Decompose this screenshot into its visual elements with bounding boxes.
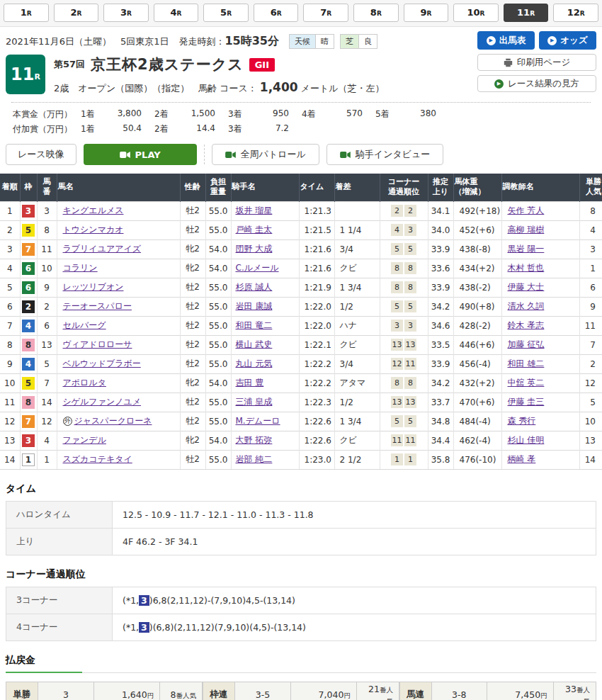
bonus-money-row: 付加賞（万円） 1着50.42着14.43着7.2 <box>13 123 591 135</box>
race-number-box: 11R <box>6 55 45 94</box>
jockey-name-link[interactable]: 杉原 誠人 <box>236 282 273 292</box>
horse-name-link[interactable]: ベルウッドブラボー <box>63 359 141 368</box>
jockey-name-link[interactable]: 和田 竜二 <box>236 320 273 330</box>
horse-name-link[interactable]: ファンデル <box>63 435 106 445</box>
print-page-button[interactable]: 印刷用ページ <box>477 54 596 71</box>
result-row: 4 6 10 コラリン 牝2 54.0 C.ルメール 1:21.6 クビ 88 … <box>0 259 602 278</box>
margin: クビ <box>334 431 380 450</box>
weather-label: 天候 <box>289 34 315 49</box>
corner-position: 13 <box>391 396 403 408</box>
trainer-name-link[interactable]: 黒岩 陽一 <box>508 244 545 254</box>
horse-name-link[interactable]: トウシンマカオ <box>63 225 124 235</box>
trainer-name-link[interactable]: 鈴木 孝志 <box>508 320 545 330</box>
race-tab[interactable]: 8R <box>353 4 399 22</box>
corner-position: 8 <box>404 377 416 389</box>
video-camera-icon <box>225 151 236 159</box>
horse-number: 8 <box>37 220 57 239</box>
finish-position: 11 <box>0 393 20 412</box>
finish-position: 2 <box>0 220 20 239</box>
last-3f: 34.4 <box>428 431 453 450</box>
patrol-video-button[interactable]: 全周パトロール <box>212 144 319 165</box>
jockey-name-link[interactable]: 丸山 元気 <box>236 359 273 368</box>
trainer-name-link[interactable]: 高柳 瑞樹 <box>508 225 545 235</box>
entries-button[interactable]: ▶出馬表 <box>477 31 535 50</box>
race-tab-suffix: R <box>326 10 331 17</box>
jockey-name-link[interactable]: 横山 武史 <box>236 339 273 349</box>
finish-position: 8 <box>0 335 20 354</box>
jockey-name-link[interactable]: 戸崎 圭太 <box>236 225 273 235</box>
trainer-name-link[interactable]: 清水 久詞 <box>508 301 545 311</box>
race-video-label[interactable]: レース映像 <box>6 144 76 165</box>
horse-name-link[interactable]: テーオースパロー <box>63 301 132 311</box>
race-tab[interactable]: 3R <box>103 4 149 22</box>
race-tab[interactable]: 10R <box>453 4 499 22</box>
jockey-name-link[interactable]: C.ルメール <box>236 263 279 273</box>
win-favorite-rank: 5 <box>579 393 602 412</box>
frame-number-badge: 8 <box>22 339 35 351</box>
trainer-name-link[interactable]: 加藤 征弘 <box>508 339 545 349</box>
race-tab[interactable]: 11R <box>504 4 549 22</box>
jockey-name-link[interactable]: 岩田 康誠 <box>236 301 273 311</box>
race-tab[interactable]: 5R <box>203 4 249 22</box>
winner-highlight: 3 <box>139 622 149 633</box>
play-button[interactable]: PLAY <box>84 144 197 165</box>
trainer-name-link[interactable]: 杉山 佳明 <box>508 435 545 445</box>
last-3f: 34.2 <box>428 373 453 393</box>
odds-button[interactable]: ▶オッズ <box>539 31 596 50</box>
jockey-interview-button[interactable]: 騎手インタビュー <box>326 144 444 165</box>
jockey-name-link[interactable]: M.デムーロ <box>236 416 280 426</box>
prize-amount: 950 <box>252 108 289 120</box>
trainer-name-link[interactable]: 矢作 芳人 <box>508 205 545 215</box>
jockey-name-link[interactable]: 吉田 豊 <box>236 378 264 388</box>
corner4-label: 4コーナー <box>6 614 113 640</box>
course-unit: メートル（芝・左） <box>301 82 385 95</box>
trainer-name-link[interactable]: 和田 雄二 <box>508 359 545 368</box>
corner4-order: (*1,3)(6,8)(2,11,12)(7,9,10)(4,5)-(13,14… <box>113 614 596 640</box>
finish-position: 5 <box>0 278 20 297</box>
race-tab[interactable]: 2R <box>54 4 99 22</box>
race-tab[interactable]: 7R <box>303 4 348 22</box>
horse-name-link[interactable]: キングエルメス <box>63 205 124 215</box>
horse-name-link[interactable]: セルバーグ <box>63 320 106 330</box>
payout-row: 馬連 3-8 7,450円 33番人気 <box>400 682 596 700</box>
corner-position: 8 <box>404 262 416 274</box>
horse-name-link[interactable]: レッツリブオン <box>63 282 124 292</box>
corner-position: 5 <box>391 415 403 427</box>
race-tab[interactable]: 1R <box>4 4 49 22</box>
payout-amount: 7,450 <box>515 689 540 700</box>
jockey-name-link[interactable]: 団野 大成 <box>236 244 273 254</box>
trainer-name-link[interactable]: 中舘 英二 <box>508 378 545 388</box>
horse-name-link[interactable]: ジャスパークローネ <box>74 416 152 426</box>
trainer-name-link[interactable]: 柄崎 孝 <box>508 454 536 464</box>
jockey-name-link[interactable]: 大野 拓弥 <box>236 435 273 445</box>
horse-name-link[interactable]: ラブリイユアアイズ <box>63 244 142 254</box>
results-guide-button[interactable]: ▶レース結果の見方 <box>477 75 596 92</box>
horse-name-link[interactable]: ヴィアドロローサ <box>63 339 132 349</box>
frame-number-badge: 6 <box>22 281 35 294</box>
horse-name-link[interactable]: コラリン <box>63 263 98 273</box>
jockey-name-link[interactable]: 岩部 純二 <box>236 454 273 464</box>
horse-name-link[interactable]: シゲルファンノユメ <box>63 397 142 407</box>
jockey-name-link[interactable]: 坂井 瑠星 <box>236 205 273 215</box>
race-tab[interactable]: 9R <box>404 4 449 22</box>
jockey-name-link[interactable]: 三浦 皇成 <box>236 397 273 407</box>
race-tab[interactable]: 6R <box>254 4 299 22</box>
result-row: 14 1 1 スズカコテキタイ 牡2 55.0 岩部 純二 1:23.0 2 1… <box>0 450 602 469</box>
corner-position: 3 <box>404 320 416 332</box>
horse-name-link[interactable]: アポロルタ <box>63 378 106 388</box>
trainer-name-link[interactable]: 伊藤 圭三 <box>508 397 545 407</box>
win-favorite-rank: 13 <box>579 431 602 450</box>
trainer-name-link[interactable]: 森 秀行 <box>508 416 536 426</box>
finish-position: 14 <box>0 450 20 469</box>
trainer-name-link[interactable]: 伊藤 大士 <box>508 282 545 292</box>
payout-table-win-place: 単勝 3 1,640円 8番人気 複勝 3 460円 8番人気 8 320円 6… <box>6 682 203 700</box>
trainer-name-link[interactable]: 木村 哲也 <box>508 263 545 273</box>
race-tab-number: 10 <box>467 7 479 18</box>
race-tab-number: 7 <box>320 7 326 18</box>
race-tab[interactable]: 4R <box>154 4 199 22</box>
race-tab[interactable]: 12R <box>553 4 598 22</box>
race-tab-suffix: R <box>227 10 232 17</box>
horse-number: 14 <box>37 393 57 412</box>
horse-name-link[interactable]: スズカコテキタイ <box>63 454 132 464</box>
win-favorite-rank: 1 <box>579 259 602 278</box>
